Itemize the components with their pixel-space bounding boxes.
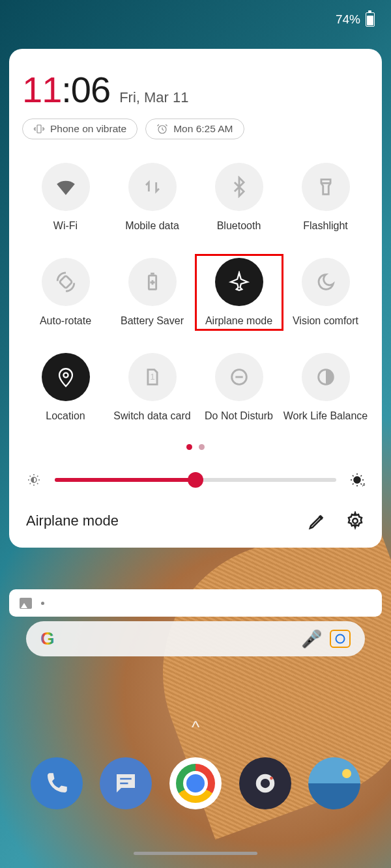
picture-icon	[20, 598, 32, 609]
tile-auto-rotate: Auto-rotate	[22, 258, 109, 327]
brightness-fill	[55, 478, 195, 482]
flashlight-label: Flashlight	[303, 220, 347, 232]
vision-comfort-label: Vision comfort	[293, 315, 358, 327]
tile-vision-comfort: Vision comfort	[282, 258, 369, 327]
tile-flashlight: Flashlight	[282, 163, 369, 232]
airplane-highlight-box	[195, 254, 283, 331]
tile-wifi: Wi-Fi	[22, 163, 109, 232]
svg-rect-0	[37, 125, 41, 133]
edit-icon[interactable]	[308, 511, 327, 531]
bluetooth-toggle[interactable]	[215, 163, 263, 211]
app-drawer-handle[interactable]: ^	[192, 718, 199, 738]
clock-colon: :	[61, 69, 71, 110]
wifi-icon	[55, 176, 77, 198]
svg-text:A: A	[362, 482, 365, 488]
dnd-icon	[228, 366, 250, 388]
quick-settings-panel: 11:06 Fri, Mar 11 Phone on vibrate Mon 6…	[9, 49, 382, 548]
location-label: Location	[46, 410, 85, 422]
brightness-auto-icon[interactable]: A	[349, 472, 365, 488]
page-indicator	[22, 444, 369, 450]
tile-location: Location	[22, 353, 109, 422]
footer-title: Airplane mode	[26, 512, 119, 529]
moon-icon	[315, 271, 337, 293]
mobile-data-toggle[interactable]	[128, 163, 177, 211]
vibrate-icon	[33, 123, 45, 135]
battery-saver-icon	[141, 271, 164, 293]
svg-point-14	[270, 777, 273, 780]
location-toggle[interactable]	[42, 353, 90, 401]
google-search-bar[interactable]: G 🎤	[26, 621, 365, 656]
battery-icon	[366, 12, 375, 27]
wifi-label: Wi-Fi	[53, 220, 78, 232]
svg-rect-2	[59, 275, 72, 288]
auto-rotate-toggle[interactable]	[42, 258, 90, 306]
gallery-app[interactable]	[308, 757, 360, 809]
tile-airplane-mode: Airplane mode	[195, 258, 282, 327]
chrome-app[interactable]	[169, 757, 222, 809]
auto-rotate-label: Auto-rotate	[40, 315, 91, 327]
svg-point-13	[261, 779, 270, 788]
notification-bar[interactable]	[9, 589, 382, 617]
battery-saver-label: Battery Saver	[121, 315, 184, 327]
tile-bluetooth: Bluetooth	[195, 163, 282, 232]
clock[interactable]: 11:06	[22, 68, 110, 111]
status-chips: Phone on vibrate Mon 6:25 AM	[22, 119, 369, 139]
alarm-chip-label: Mon 6:25 AM	[173, 123, 233, 135]
mobile-data-icon	[141, 176, 164, 198]
google-logo-icon: G	[40, 628, 55, 649]
work-life-balance-toggle[interactable]	[302, 353, 350, 401]
mobile-data-label: Mobile data	[125, 220, 179, 232]
tile-mobile-data: Mobile data	[109, 163, 195, 232]
switch-data-card-label: Switch data card	[113, 410, 190, 422]
svg-point-11	[353, 518, 358, 524]
switch-data-card-toggle[interactable]: 1	[128, 353, 177, 401]
notif-dot	[41, 602, 44, 605]
battery-saver-toggle[interactable]	[128, 258, 177, 306]
alarm-chip[interactable]: Mon 6:25 AM	[145, 119, 244, 139]
auto-rotate-icon	[55, 271, 77, 293]
panel-footer: Airplane mode	[22, 511, 369, 535]
svg-point-9	[354, 477, 360, 483]
flashlight-icon	[315, 176, 337, 198]
wifi-toggle[interactable]	[42, 163, 90, 211]
messages-app[interactable]	[100, 757, 152, 809]
phone-icon	[43, 770, 70, 797]
work-life-balance-label: Work Life Balance	[283, 410, 368, 422]
brightness-row: A	[22, 472, 369, 488]
vision-comfort-toggle[interactable]	[302, 258, 350, 306]
dnd-label: Do Not Disturb	[205, 410, 273, 422]
alarm-icon	[156, 123, 168, 135]
brightness-thumb[interactable]	[188, 472, 203, 488]
battery-percent: 74%	[336, 12, 360, 27]
clock-minutes: 06	[71, 69, 110, 110]
camera-app-icon	[253, 771, 278, 796]
page-dot-2[interactable]	[199, 444, 205, 450]
bluetooth-icon	[228, 176, 250, 198]
microphone-icon[interactable]: 🎤	[301, 629, 322, 649]
dnd-toggle[interactable]	[215, 353, 263, 401]
tile-battery-saver: Battery Saver	[109, 258, 195, 327]
brightness-low-icon	[26, 472, 42, 488]
settings-icon[interactable]	[345, 511, 365, 531]
bluetooth-label: Bluetooth	[217, 220, 261, 232]
tile-dnd: Do Not Disturb	[195, 353, 282, 422]
vibrate-chip[interactable]: Phone on vibrate	[22, 119, 138, 139]
camera-app[interactable]	[239, 757, 291, 809]
tile-work-life-balance: Work Life Balance	[282, 353, 369, 422]
svg-point-4	[63, 373, 68, 378]
phone-app[interactable]	[31, 757, 83, 809]
messages-icon	[112, 770, 139, 797]
brightness-slider[interactable]	[55, 478, 336, 482]
clock-row[interactable]: 11:06 Fri, Mar 11	[22, 68, 369, 111]
nav-bar-handle[interactable]	[134, 852, 257, 855]
date-label[interactable]: Fri, Mar 11	[119, 89, 188, 106]
page-dot-1[interactable]	[186, 444, 192, 450]
status-bar: 74%	[0, 0, 391, 39]
work-life-balance-icon	[315, 366, 337, 388]
flashlight-toggle[interactable]	[302, 163, 350, 211]
sim-icon: 1	[141, 366, 164, 388]
vibrate-chip-label: Phone on vibrate	[50, 123, 126, 135]
tiles-grid: Wi-Fi Mobile data Bluetooth Flashlight A	[22, 163, 369, 422]
camera-icon[interactable]	[330, 630, 351, 648]
clock-hours: 11	[22, 69, 61, 110]
